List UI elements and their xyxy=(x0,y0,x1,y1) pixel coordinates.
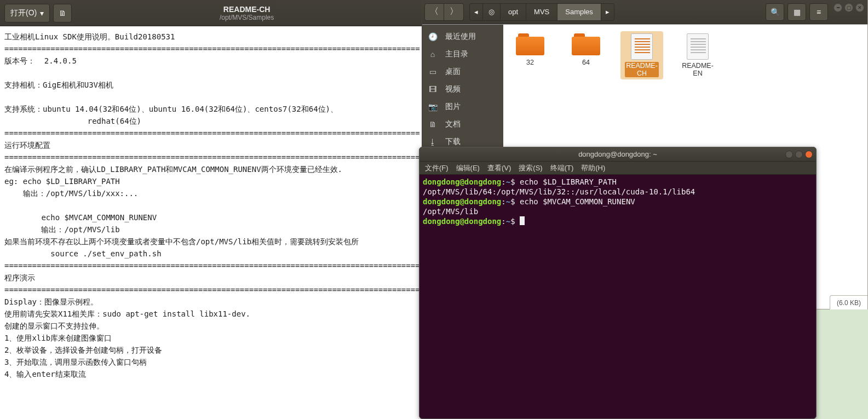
close-button[interactable] xyxy=(805,151,813,158)
maximize-button[interactable]: ▢ xyxy=(844,3,853,12)
header-right: 🔍 ▦ ≡ ━ ▢ ✕ xyxy=(766,3,864,21)
sidebar-item-recent[interactable]: 🕘最近使用 xyxy=(422,28,503,45)
file-label: 64 xyxy=(582,59,590,66)
sidebar-item-desktop[interactable]: ▭桌面 xyxy=(422,63,503,81)
sidebar-label: 主目录 xyxy=(445,49,468,59)
cursor xyxy=(520,216,525,225)
open-label: 打开(O) xyxy=(10,8,37,18)
file-readme-ch[interactable]: README-CH xyxy=(620,31,663,79)
minimize-button[interactable] xyxy=(785,151,793,158)
terminal-window: dongdong@dongdong: ~ 文件(F) 编辑(E) 查看(V) 搜… xyxy=(419,147,817,419)
menu-help[interactable]: 帮助(H) xyxy=(581,163,605,173)
prompt-path: ~ xyxy=(506,197,510,206)
out-2: /opt/MVS/lib xyxy=(423,207,478,216)
status-bar: (6.0 KB) xyxy=(830,295,867,309)
forward-button[interactable]: 〉 xyxy=(444,3,464,21)
back-button[interactable]: 〈 xyxy=(424,3,444,21)
path-overflow-left[interactable]: ◂ xyxy=(470,4,483,20)
new-tab-button[interactable]: 🗎 xyxy=(53,4,72,22)
gedit-title: README-CH xyxy=(72,5,422,14)
close-button[interactable]: ✕ xyxy=(855,3,864,12)
sidebar-item-home[interactable]: ⌂主目录 xyxy=(422,45,503,63)
cmd-1: echo $LD_LIBRARY_PATH xyxy=(520,177,617,186)
folder-icon xyxy=(516,33,544,56)
path-bar: ◂ ◎ opt MVS Samples ▸ xyxy=(469,3,614,21)
prompt-user: dongdong@dongdong xyxy=(423,217,501,226)
gedit-headerbar: 打开(O) ▾ 🗎 README-CH /opt/MVS/Samples xyxy=(0,0,422,26)
camera-icon: 📷 xyxy=(428,102,438,111)
search-icon: 🔍 xyxy=(771,8,780,16)
sidebar-label: 文档 xyxy=(445,119,461,129)
gedit-textview[interactable]: 工业相机Linux SDK使用说明。Build20180531 ========… xyxy=(0,26,422,419)
path-seg-mvs[interactable]: MVS xyxy=(526,4,557,20)
sidebar-item-videos[interactable]: 🎞视频 xyxy=(422,81,503,98)
chevron-left-icon: 〈 xyxy=(430,6,439,18)
terminal-title: dongdong@dongdong: ~ xyxy=(578,150,657,158)
out-1: /opt/MVS/lib/64:/opt/MVS/lib/32::/usr/lo… xyxy=(423,187,695,196)
home-icon: ⌂ xyxy=(428,50,438,59)
terminal-window-controls xyxy=(785,151,813,158)
gedit-subtitle: /opt/MVS/Samples xyxy=(72,14,422,21)
video-icon: 🎞 xyxy=(428,85,438,94)
gedit-title-block: README-CH /opt/MVS/Samples xyxy=(72,5,422,21)
menu-icon: ≡ xyxy=(817,8,821,16)
prompt-user: dongdong@dongdong xyxy=(423,197,501,206)
menu-search[interactable]: 搜索(S) xyxy=(519,163,542,173)
hamburger-button[interactable]: ≡ xyxy=(809,3,828,21)
path-disk-icon[interactable]: ◎ xyxy=(483,4,501,20)
file-label: 32 xyxy=(526,59,534,66)
nautilus-headerbar: 〈 〉 ◂ ◎ opt MVS Samples ▸ 🔍 ▦ ≡ ━ ▢ ✕ xyxy=(422,0,867,24)
folder-64[interactable]: 64 xyxy=(565,31,607,68)
desktop-icon: ▭ xyxy=(428,67,438,76)
path-seg-opt[interactable]: opt xyxy=(501,4,526,20)
view-grid-button[interactable]: ▦ xyxy=(787,3,806,21)
folder-icon xyxy=(572,33,600,56)
text-file-icon xyxy=(687,33,709,60)
folder-32[interactable]: 32 xyxy=(509,31,551,68)
text-file-icon xyxy=(631,33,653,60)
minimize-button[interactable]: ━ xyxy=(833,3,842,12)
grid-icon: ▦ xyxy=(794,8,801,16)
open-button[interactable]: 打开(O) ▾ xyxy=(4,4,50,22)
window-controls: ━ ▢ ✕ xyxy=(833,3,864,21)
file-label: README-CH xyxy=(625,62,659,77)
terminal-menubar: 文件(F) 编辑(E) 查看(V) 搜索(S) 终端(T) 帮助(H) xyxy=(419,162,816,175)
new-doc-icon: 🗎 xyxy=(59,9,66,18)
clock-icon: 🕘 xyxy=(428,32,438,41)
cmd-2: echo $MVCAM_COMMON_RUNENV xyxy=(520,197,635,206)
sidebar-label: 图片 xyxy=(445,102,461,112)
sidebar-label: 最近使用 xyxy=(445,32,476,42)
menu-file[interactable]: 文件(F) xyxy=(425,163,449,173)
nav-buttons: 〈 〉 xyxy=(424,3,464,21)
sidebar-label: 视频 xyxy=(445,84,461,94)
menu-view[interactable]: 查看(V) xyxy=(487,163,511,173)
chevron-right-icon: 〉 xyxy=(450,6,458,18)
prompt-user: dongdong@dongdong xyxy=(423,177,501,186)
document-icon: 🗎 xyxy=(428,120,438,129)
maximize-button[interactable] xyxy=(795,151,803,158)
sidebar-label: 桌面 xyxy=(445,67,461,77)
menu-edit[interactable]: 编辑(E) xyxy=(456,163,480,173)
search-button[interactable]: 🔍 xyxy=(766,3,784,21)
sidebar-item-documents[interactable]: 🗎文档 xyxy=(422,116,503,133)
prompt-path: ~ xyxy=(506,177,510,186)
terminal-body[interactable]: dongdong@dongdong:~$ echo $LD_LIBRARY_PA… xyxy=(419,175,816,418)
sidebar-item-pictures[interactable]: 📷图片 xyxy=(422,98,503,116)
path-overflow-right[interactable]: ▸ xyxy=(601,4,614,20)
sidebar-label: 下载 xyxy=(445,137,461,147)
file-readme-en[interactable]: README-EN xyxy=(676,31,719,79)
terminal-titlebar: dongdong@dongdong: ~ xyxy=(419,147,816,162)
file-label: README-EN xyxy=(682,62,714,77)
path-seg-samples[interactable]: Samples xyxy=(557,4,601,20)
gedit-window: 打开(O) ▾ 🗎 README-CH /opt/MVS/Samples 工业相… xyxy=(0,0,422,419)
download-icon: ⭳ xyxy=(428,137,438,146)
chevron-down-icon: ▾ xyxy=(40,9,44,18)
prompt-path: ~ xyxy=(506,217,510,226)
menu-terminal[interactable]: 终端(T) xyxy=(550,163,574,173)
